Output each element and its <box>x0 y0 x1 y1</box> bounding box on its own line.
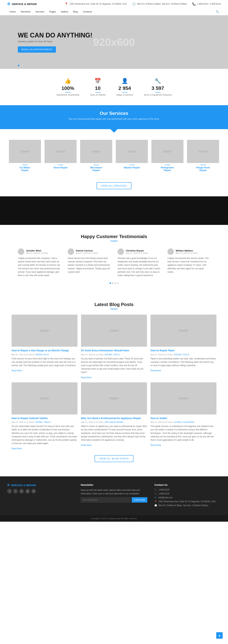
testimonial-text: I highly recommend this company. I had a… <box>18 257 61 277</box>
newsletter-email-input[interactable] <box>81 497 131 502</box>
newsletter-heading: Newsletter <box>81 484 147 486</box>
read-more-link[interactable]: Read More <box>11 369 22 372</box>
blog-card: 370x247 How to Repair a Gas Range or an … <box>11 314 77 379</box>
reviewer: William Wallace May 21, 2016 at 12:10am <box>167 248 210 255</box>
nav-item-gallery[interactable]: Gallery <box>58 8 71 15</box>
service-image: 223x227 <box>80 140 112 163</box>
nav-item-contacts[interactable]: Contacts <box>80 8 94 15</box>
nav-search[interactable]: 🔍 <box>214 8 221 15</box>
service-divider <box>22 165 28 165</box>
nav-item-blog[interactable]: Blog <box>71 8 80 15</box>
blog-grid: 370x247 How to Repair a Gas Range or an … <box>7 314 221 450</box>
tdot-3[interactable] <box>115 282 116 284</box>
blog-meta: May 21, 2016 at 12:10am | Repair, Blog <box>11 354 77 356</box>
top-header: ⚙ SERVICE & REPAIR 📍 2301 Rosecrans Ave,… <box>0 0 228 8</box>
service-name[interactable]: Stove Repair <box>44 166 77 169</box>
nav-bar: HomeElementsServicesPagesGalleryBlogCont… <box>0 8 228 15</box>
avatar <box>167 248 174 255</box>
blog-title[interactable]: How to Repair a Gas Range or an Electric… <box>11 349 77 352</box>
read-more-link[interactable]: Read More <box>81 444 92 446</box>
blog-card: 370x247 How to Solder May 21, 2016 at 12… <box>151 382 217 450</box>
logo: ⚙ SERVICE & REPAIR <box>7 2 37 6</box>
testimonials-section: Happy Customer Testimonials Jennifer Wes… <box>0 225 228 293</box>
blog-text: When it comes to appliances, you need a … <box>81 425 147 442</box>
social-icon-f[interactable]: f <box>7 489 12 494</box>
logo-text: SERVICE & REPAIR <box>12 2 37 6</box>
nav-item-elements[interactable]: Elements <box>18 8 33 15</box>
contact-heading: Contact Us <box>154 484 221 486</box>
hours-info: 🕐 Mon-Fri: 9:00am-6:30pm, Sat-Sun: 10:00… <box>132 2 187 6</box>
view-all-services-button[interactable]: VIEW ALL SERVICES <box>97 182 132 189</box>
blog-title[interactable]: Why You Need a Professional for Applianc… <box>81 416 147 420</box>
stat-item: 📅 10 Years on Market <box>90 78 105 96</box>
dot-1[interactable] <box>18 65 19 66</box>
testimonials-grid: Jennifer West May 21, 2016 at 12:10am I … <box>7 247 221 279</box>
service-card: 223x227 Range HoodRepair <box>187 140 219 172</box>
service-image: 223x227 <box>116 140 148 163</box>
testimonial-card: William Wallace May 21, 2016 at 12:10am … <box>166 247 212 279</box>
service-name[interactable]: MicrowaveRepair <box>80 166 112 172</box>
stat-label: Years on Market <box>90 94 105 96</box>
service-name[interactable]: Range HoodRepair <box>187 166 219 172</box>
service-name[interactable]: Washer Repair <box>116 166 148 169</box>
blog-image: 370x247 <box>81 382 147 414</box>
testimonials-dots <box>7 282 221 284</box>
stats-section: 👍 100% Satisfaction Guaranteed📅 10 Years… <box>0 69 228 105</box>
read-more-link[interactable]: Read More <box>151 369 161 372</box>
blog-category: Repair, Tablet <box>35 421 51 423</box>
hero-dots <box>18 65 24 66</box>
social-icon-t[interactable]: t <box>13 489 18 494</box>
blog-section: Latest Blog Posts 370x247 How to Repair … <box>0 293 228 476</box>
read-more-link[interactable]: Read More <box>11 447 22 450</box>
blog-title[interactable]: How to Solder <box>151 416 217 420</box>
reviewer-name: William Wallace <box>176 249 198 252</box>
tdot-4[interactable] <box>117 282 118 284</box>
testimonial-card: Jennifer West May 21, 2016 at 12:10am I … <box>16 247 62 279</box>
nav-item-home[interactable]: Home <box>7 8 18 15</box>
stat-icon: 👍 <box>56 78 79 84</box>
social-icon-in[interactable]: in <box>31 489 36 494</box>
dot-2[interactable] <box>20 65 22 66</box>
blog-title[interactable]: How to Repair Android Tablets <box>11 416 77 420</box>
reviewer-date: May 21, 2016 at 12:10am <box>176 252 198 254</box>
phone2-text: 1-800-8124 <box>159 492 169 495</box>
avatar <box>18 248 24 255</box>
service-name[interactable]: Ice MakerRepair <box>9 166 41 172</box>
tdot-2[interactable] <box>112 282 113 284</box>
newsletter-subscribe-button[interactable]: SUBSCRIBE <box>132 497 147 502</box>
nav-item-pages[interactable]: Pages <box>47 8 58 15</box>
stat-divider <box>95 92 100 92</box>
blog-meta: May 21, 2016 at 12:10am | Repair, Tools <box>81 354 147 356</box>
location-icon: 📍 <box>65 2 68 6</box>
footer-phone2: 📞 1-800-8124 <box>154 492 221 495</box>
view-all-blog: VIEW ALL BLOG POSTS <box>7 450 221 468</box>
blog-title[interactable]: How to Repair Pipes <box>151 349 217 352</box>
dot-3[interactable] <box>23 65 24 66</box>
service-name[interactable]: RefrigeratorRepair <box>151 166 184 172</box>
blog-title[interactable]: 25 Tools Every Homeowner Should Have <box>81 349 147 352</box>
view-all-blog-button[interactable]: VIEW ALL BLOG POSTS <box>95 455 133 462</box>
stat-item: 👤 2 954 Happy Customers <box>116 78 133 96</box>
blog-image: 370x247 <box>11 314 77 347</box>
stat-icon: 🔧 <box>144 78 172 84</box>
stat-label: Satisfaction Guaranteed <box>56 94 79 96</box>
testimonial-text: Thomas had a good knowledge of our LG re… <box>118 257 160 277</box>
avatar <box>118 248 124 255</box>
nav-links: HomeElementsServicesPagesGalleryBlogCont… <box>7 8 94 15</box>
address-icon: 📍 <box>154 500 157 503</box>
hero-subtitle: Industry Leader for Over 60 Years <box>18 40 92 43</box>
phone-icon: 📞 <box>192 2 196 6</box>
social-icon-g[interactable]: g <box>25 489 30 494</box>
social-icon-p[interactable]: p <box>19 489 24 494</box>
tdot-1[interactable] <box>110 282 111 284</box>
newsletter-form: SUBSCRIBE <box>81 497 147 502</box>
stat-icon: 📅 <box>90 78 105 84</box>
services-grid: 223x227 Ice MakerRepair223x227 Stove Rep… <box>0 133 228 179</box>
hero-cta-button[interactable]: MAKE AN APPOINTMENT <box>18 46 56 52</box>
testimonial-card: Christine Bryant May 21, 2016 at 12:10am… <box>116 247 162 279</box>
footer-address-text: 2301 Rosecrans Ave, Suite 20, El Segundo… <box>159 500 216 503</box>
read-more-link[interactable]: Read More <box>151 444 161 446</box>
phone-text: 1-800-8123 / 1-800-8124 <box>197 3 221 5</box>
read-more-link[interactable]: Read More <box>81 376 92 379</box>
nav-item-services[interactable]: Services <box>33 8 47 15</box>
